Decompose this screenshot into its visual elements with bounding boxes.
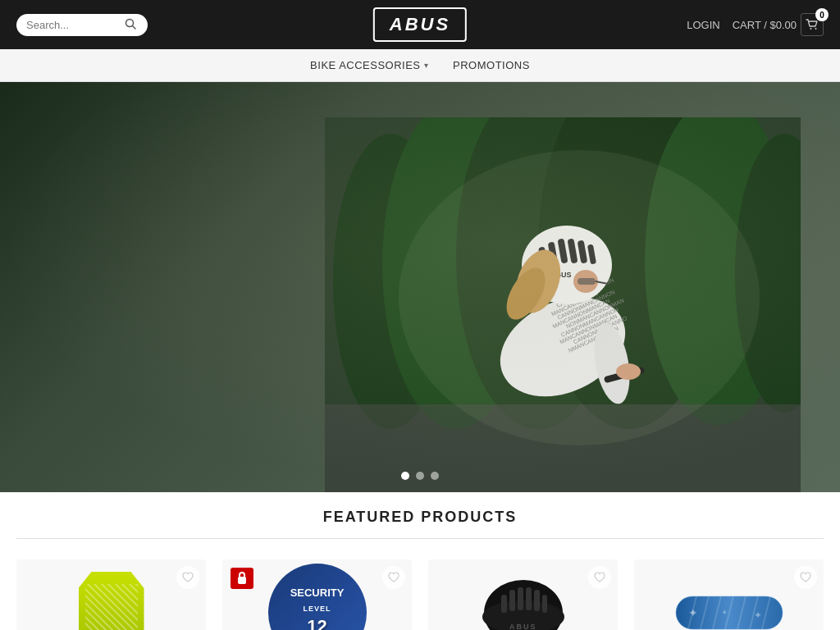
nav-item-promotions[interactable]: PROMOTIONS — [453, 59, 530, 71]
product-card-lock: SECURITY LEVEL 12 Sale! — [214, 551, 420, 630]
svg-text:✦: ✦ — [688, 606, 698, 619]
lock-level-label: LEVEL — [303, 604, 331, 614]
svg-point-2 — [810, 28, 812, 30]
search-form — [16, 14, 148, 36]
hero-section: CANNONMANCANNON MANCANNONMAN CANNONMANCA… — [0, 82, 840, 492]
logo-area: ABUS — [373, 7, 467, 42]
header: ABUS LOGIN CART / $0.00 0 — [0, 0, 840, 49]
heart-icon — [388, 572, 399, 583]
svg-rect-44 — [518, 587, 523, 610]
nav-bar: BIKE ACCESSORIES ▾ PROMOTIONS — [0, 49, 840, 82]
login-link[interactable]: LOGIN — [687, 19, 719, 31]
shopping-cart-icon — [806, 19, 819, 30]
svg-text:✦: ✦ — [754, 609, 762, 621]
nav-label-bike-accessories: BIKE ACCESSORIES — [310, 59, 420, 71]
search-icon — [125, 18, 136, 30]
featured-title: FEATURED PRODUCTS — [16, 509, 824, 539]
svg-rect-45 — [526, 587, 532, 610]
lock-number: 12 — [307, 614, 326, 630]
wishlist-button-4[interactable] — [794, 566, 817, 589]
hero-background: CANNONMANCANNON MANCANNONMAN CANNONMANCA… — [0, 82, 840, 492]
hero-overlay — [0, 82, 840, 492]
chevron-down-icon: ▾ — [424, 61, 429, 70]
carousel-dots — [401, 472, 439, 480]
carousel-dot-2[interactable] — [416, 472, 424, 480]
product-image-band[interactable]: ✦ ✦ ✦ Sale! — [634, 559, 824, 630]
product-image-vest[interactable]: Sale! — [16, 559, 206, 630]
wishlist-button-3[interactable] — [588, 566, 611, 589]
nav-item-bike-accessories[interactable]: BIKE ACCESSORIES ▾ — [310, 59, 428, 71]
product-image-helmet[interactable]: ABUS Sale! — [428, 559, 618, 630]
lock-security-label: SECURITY — [290, 586, 345, 600]
product-card-band: ✦ ✦ ✦ Sale! — [626, 551, 832, 630]
search-button[interactable] — [125, 18, 136, 32]
heart-icon — [594, 572, 605, 583]
logo-box[interactable]: ABUS — [373, 7, 467, 42]
lock-circle-badge: SECURITY LEVEL 12 — [268, 564, 367, 630]
band-image: ✦ ✦ ✦ — [672, 584, 787, 630]
wishlist-button-2[interactable] — [382, 566, 405, 589]
svg-text:ABUS: ABUS — [509, 623, 537, 630]
carousel-dot-1[interactable] — [401, 472, 409, 480]
svg-rect-42 — [501, 595, 507, 613]
cart-icon-wrap: 0 — [801, 13, 824, 36]
svg-line-1 — [133, 25, 136, 29]
svg-rect-46 — [534, 590, 540, 611]
heart-icon — [800, 572, 811, 583]
product-image-lock[interactable]: SECURITY LEVEL 12 Sale! — [222, 559, 412, 630]
logo-text: ABUS — [390, 14, 450, 35]
product-card-vest: Sale! — [8, 551, 214, 630]
svg-rect-39 — [238, 577, 246, 584]
cart-label: CART / $0.00 — [733, 19, 797, 31]
svg-point-3 — [815, 28, 817, 30]
nav-label-promotions: PROMOTIONS — [453, 59, 530, 71]
svg-rect-43 — [509, 590, 515, 611]
heart-icon — [182, 572, 194, 583]
vest-image — [79, 572, 144, 630]
header-right: LOGIN CART / $0.00 0 — [687, 13, 824, 36]
lock-icon — [235, 570, 249, 585]
product-card-helmet: ABUS Sale! — [420, 551, 626, 630]
search-input[interactable] — [26, 19, 125, 31]
featured-section: FEATURED PRODUCTS Sale! SECURITY LEVEL 1 — [0, 492, 840, 630]
cart-area[interactable]: CART / $0.00 0 — [733, 13, 824, 36]
products-row: Sale! SECURITY LEVEL 12 — [0, 551, 840, 630]
cart-badge: 0 — [815, 8, 829, 21]
lock-red-badge — [231, 568, 253, 589]
helmet-image: ABUS — [478, 572, 568, 630]
carousel-dot-3[interactable] — [431, 472, 439, 480]
svg-text:✦: ✦ — [721, 608, 728, 617]
svg-rect-47 — [542, 595, 547, 613]
wishlist-button-1[interactable] — [176, 566, 199, 589]
